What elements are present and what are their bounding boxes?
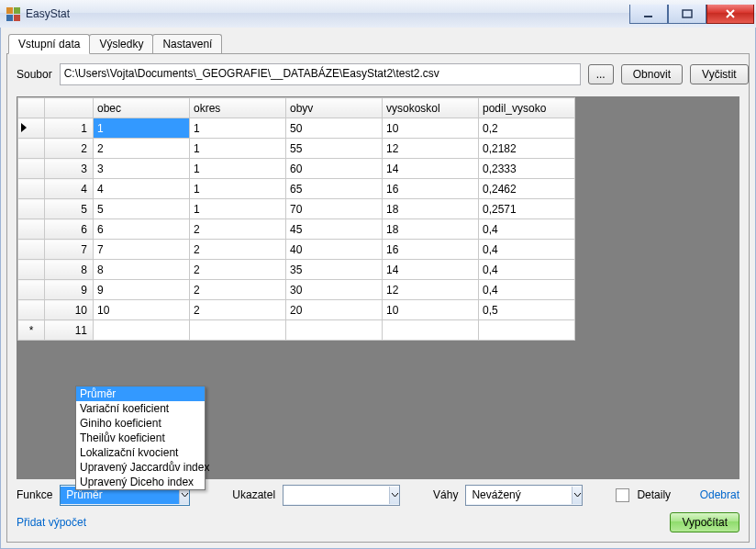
cell[interactable]: 14 bbox=[383, 159, 479, 179]
cell[interactable] bbox=[479, 320, 575, 341]
ukazatel-combo[interactable] bbox=[283, 485, 400, 506]
cell[interactable]: 0,2571 bbox=[479, 199, 575, 219]
row-header[interactable]: 8 bbox=[45, 260, 94, 280]
cell[interactable]: 1 bbox=[190, 199, 286, 219]
cell[interactable] bbox=[94, 320, 190, 341]
table-row[interactable]: 1010220100,5 bbox=[18, 300, 575, 320]
cell[interactable]: 18 bbox=[383, 199, 479, 219]
row-header[interactable]: 1 bbox=[45, 118, 94, 139]
cell[interactable]: 0,2333 bbox=[479, 159, 575, 179]
cell[interactable]: 65 bbox=[286, 179, 383, 199]
cell[interactable]: 1 bbox=[190, 159, 286, 179]
row-header[interactable]: 11 bbox=[45, 320, 94, 341]
cell[interactable]: 12 bbox=[383, 139, 479, 159]
cell[interactable]: 16 bbox=[383, 240, 479, 260]
cell[interactable]: 2 bbox=[190, 240, 286, 260]
row-header[interactable]: 9 bbox=[45, 280, 94, 300]
cell[interactable]: 9 bbox=[94, 280, 190, 300]
compute-button[interactable]: Vypočítat bbox=[670, 512, 739, 532]
cell[interactable]: 5 bbox=[94, 199, 190, 219]
cell[interactable]: 0,4 bbox=[479, 280, 575, 300]
refresh-button[interactable]: Obnovit bbox=[621, 64, 683, 84]
table-row-new[interactable]: *11 bbox=[18, 320, 575, 341]
cell[interactable]: 10 bbox=[94, 300, 190, 320]
browse-button[interactable]: ... bbox=[588, 64, 614, 84]
cell[interactable]: 0,5 bbox=[479, 300, 575, 320]
odebrat-link[interactable]: Odebrat bbox=[700, 488, 739, 501]
table-row[interactable]: 44165160,2462 bbox=[18, 179, 575, 199]
cell[interactable]: 8 bbox=[94, 260, 190, 280]
minimize-button[interactable] bbox=[629, 5, 668, 24]
funkce-option[interactable]: Variační koeficient bbox=[76, 401, 205, 416]
row-header[interactable]: 3 bbox=[45, 159, 94, 179]
cell[interactable]: 2 bbox=[190, 260, 286, 280]
col-header[interactable]: obec bbox=[94, 98, 190, 118]
maximize-button[interactable] bbox=[668, 5, 706, 24]
table-row[interactable]: 99230120,4 bbox=[18, 280, 575, 300]
cell[interactable]: 0,4 bbox=[479, 219, 575, 240]
table-row[interactable]: 11150100,2 bbox=[18, 118, 575, 139]
cell[interactable]: 6 bbox=[94, 219, 190, 240]
cell[interactable]: 2 bbox=[94, 139, 190, 159]
close-button[interactable] bbox=[706, 5, 754, 24]
cell[interactable]: 55 bbox=[286, 139, 383, 159]
data-grid[interactable]: obecokresobyvvysokoskolpodil_vysoko11150… bbox=[17, 97, 575, 341]
row-header[interactable]: 2 bbox=[45, 139, 94, 159]
clear-button[interactable]: Vyčistit bbox=[690, 64, 749, 84]
funkce-option[interactable]: Upravený Jaccardův index bbox=[76, 460, 205, 475]
cell[interactable]: 10 bbox=[383, 300, 479, 320]
tab-2[interactable]: Nastavení bbox=[152, 34, 222, 53]
detaily-checkbox[interactable] bbox=[616, 488, 629, 502]
cell[interactable]: 7 bbox=[94, 240, 190, 260]
cell[interactable]: 2 bbox=[190, 300, 286, 320]
funkce-option[interactable]: Upravený Diceho index bbox=[76, 475, 205, 489]
row-header[interactable]: 10 bbox=[45, 300, 94, 320]
table-row[interactable]: 55170180,2571 bbox=[18, 199, 575, 219]
table-row[interactable]: 66245180,4 bbox=[18, 219, 575, 240]
cell[interactable]: 1 bbox=[190, 139, 286, 159]
cell[interactable]: 16 bbox=[383, 179, 479, 199]
col-header[interactable]: podil_vysoko bbox=[479, 98, 575, 118]
pridat-vypocet-link[interactable]: Přidat výpočet bbox=[17, 516, 86, 529]
cell[interactable]: 50 bbox=[286, 118, 383, 139]
cell[interactable]: 10 bbox=[383, 118, 479, 139]
funkce-option[interactable]: Theilův koeficient bbox=[76, 431, 205, 445]
file-path-input[interactable]: C:\Users\Vojta\Documents\_GEOGRAFIE\__DA… bbox=[60, 63, 581, 85]
tab-0[interactable]: Vstupní data bbox=[8, 34, 90, 54]
col-header[interactable]: obyv bbox=[286, 98, 383, 118]
cell[interactable]: 20 bbox=[286, 300, 383, 320]
cell[interactable]: 1 bbox=[94, 118, 190, 139]
cell[interactable] bbox=[383, 320, 479, 341]
cell[interactable]: 35 bbox=[286, 260, 383, 280]
funkce-option[interactable]: Giniho koeficient bbox=[76, 416, 205, 431]
col-header[interactable]: okres bbox=[190, 98, 286, 118]
col-header[interactable]: vysokoskol bbox=[383, 98, 479, 118]
cell[interactable]: 1 bbox=[190, 179, 286, 199]
cell[interactable] bbox=[286, 320, 383, 341]
funkce-option[interactable]: Lokalizační kvocient bbox=[76, 445, 205, 460]
cell[interactable]: 70 bbox=[286, 199, 383, 219]
cell[interactable]: 0,4 bbox=[479, 260, 575, 280]
funkce-dropdown-list[interactable]: PrůměrVariační koeficientGiniho koeficie… bbox=[75, 386, 206, 490]
table-row[interactable]: 22155120,2182 bbox=[18, 139, 575, 159]
tab-1[interactable]: Výsledky bbox=[89, 34, 153, 53]
row-header[interactable]: 4 bbox=[45, 179, 94, 199]
cell[interactable]: 30 bbox=[286, 280, 383, 300]
funkce-option[interactable]: Průměr bbox=[76, 387, 205, 401]
cell[interactable]: 18 bbox=[383, 219, 479, 240]
table-row[interactable]: 33160140,2333 bbox=[18, 159, 575, 179]
cell[interactable]: 3 bbox=[94, 159, 190, 179]
cell[interactable]: 2 bbox=[190, 219, 286, 240]
cell[interactable] bbox=[190, 320, 286, 341]
row-header[interactable]: 5 bbox=[45, 199, 94, 219]
cell[interactable]: 0,2182 bbox=[479, 139, 575, 159]
cell[interactable]: 40 bbox=[286, 240, 383, 260]
cell[interactable]: 0,2462 bbox=[479, 179, 575, 199]
cell[interactable]: 0,2 bbox=[479, 118, 575, 139]
row-header[interactable]: 7 bbox=[45, 240, 94, 260]
table-row[interactable]: 88235140,4 bbox=[18, 260, 575, 280]
cell[interactable]: 2 bbox=[190, 280, 286, 300]
cell[interactable]: 1 bbox=[190, 118, 286, 139]
cell[interactable]: 0,4 bbox=[479, 240, 575, 260]
vahy-combo[interactable]: Nevážený bbox=[465, 485, 583, 506]
